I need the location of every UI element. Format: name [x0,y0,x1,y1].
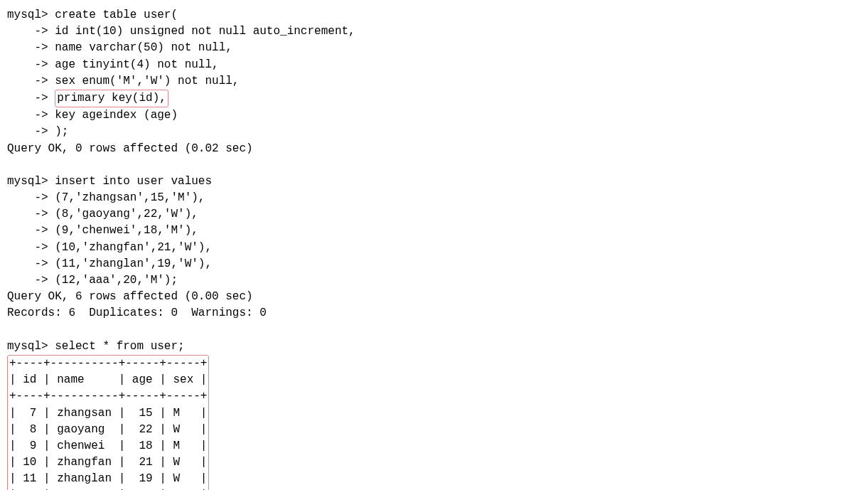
insert-line-1: mysql> insert into user values [7,174,861,190]
blank-line-1 [7,157,861,174]
insert-line-3: -> (8,'gaoyang',22,'W'), [7,206,861,223]
select-query: mysql> select * from user; [7,339,861,355]
create-line-2: -> id int(10) unsigned not null auto_inc… [7,23,861,40]
blank-line-2 [7,322,861,339]
table-border-mid: +----+----------+-----+-----+ [9,388,207,405]
table-row: | 8 | gaoyang | 22 | W | [9,422,207,438]
create-line-4: -> age tinyint(4) not null, [7,57,861,73]
table-row: | 9 | chenwei | 18 | M | [9,438,207,454]
create-line-7: -> key ageindex (age) [7,107,861,124]
table-row: | 11 | zhanglan | 19 | W | [9,471,207,487]
create-line-5: -> sex enum('M','W') not null, [7,73,861,90]
create-line-6: -> primary key(id), [7,90,861,107]
insert-result-1: Query OK, 6 rows affected (0.00 sec) [7,289,861,305]
table-row: | 12 | aaa | 20 | M | [9,487,207,490]
create-result: Query OK, 0 rows affected (0.02 sec) [7,141,861,157]
primary-key-highlight: primary key(id), [55,90,168,107]
create-line-1: mysql> create table user( [7,7,861,23]
table-header: | id | name | age | sex | [9,372,207,388]
insert-line-4: -> (9,'chenwei',18,'M'), [7,223,861,239]
create-line-3: -> name varchar(50) not null, [7,40,861,56]
insert-line-2: -> (7,'zhangsan',15,'M'), [7,190,861,206]
result-table-highlight: +----+----------+-----+-----+| id | name… [7,355,209,490]
insert-line-7: -> (12,'aaa',20,'M'); [7,272,861,289]
table-border-top: +----+----------+-----+-----+ [9,356,207,372]
table-row: | 10 | zhangfan | 21 | W | [9,454,207,471]
insert-line-5: -> (10,'zhangfan',21,'W'), [7,240,861,256]
insert-result-2: Records: 6 Duplicates: 0 Warnings: 0 [7,305,861,321]
table-row: | 7 | zhangsan | 15 | M | [9,405,207,422]
create-line-8: -> ); [7,124,861,140]
create-line-6-prefix: -> [7,92,55,105]
insert-line-6: -> (11,'zhanglan',19,'W'), [7,256,861,272]
